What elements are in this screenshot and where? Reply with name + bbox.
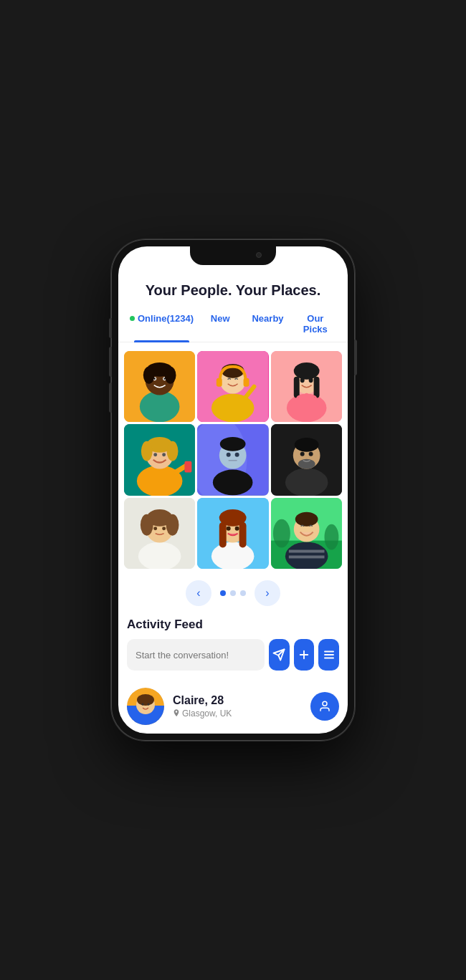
filter-button[interactable]: [318, 639, 339, 671]
phone-frame: Your People. Your Places. Online(1234) N…: [111, 239, 355, 741]
user-card-claire[interactable]: Claire, 28 Glasgow, UK: [127, 681, 339, 733]
dot-1: [220, 590, 226, 596]
add-button[interactable]: [294, 639, 315, 671]
svg-rect-14: [217, 378, 222, 387]
svg-point-87: [142, 703, 144, 706]
page-title: Your People. Your Places.: [130, 282, 336, 299]
svg-point-54: [141, 514, 153, 536]
profile-card-7[interactable]: [124, 498, 195, 569]
tab-new[interactable]: New: [196, 306, 244, 342]
svg-point-41: [235, 453, 239, 457]
svg-rect-72: [288, 549, 324, 552]
silent-switch: [109, 318, 112, 338]
volume-up-button: [109, 347, 112, 377]
online-indicator: [130, 316, 135, 321]
svg-point-48: [300, 452, 304, 456]
tab-our-picks[interactable]: Our Picks: [292, 306, 339, 342]
user-profile-button[interactable]: [310, 692, 339, 721]
svg-point-65: [227, 526, 231, 530]
svg-point-31: [153, 453, 157, 457]
photo-grid: [118, 351, 348, 569]
notch: [190, 246, 276, 265]
volume-down-button: [109, 383, 112, 413]
svg-point-75: [295, 512, 318, 527]
filter-icon: [323, 648, 336, 661]
svg-point-1: [140, 391, 180, 423]
send-button[interactable]: [269, 639, 290, 671]
svg-point-37: [213, 470, 253, 496]
svg-point-18: [287, 394, 327, 423]
svg-rect-15: [244, 378, 249, 387]
svg-point-40: [227, 453, 231, 457]
user-icon: [318, 700, 331, 713]
svg-point-66: [235, 526, 239, 530]
svg-point-24: [308, 378, 313, 383]
user-name: Claire, 28: [173, 694, 310, 707]
svg-point-8: [143, 367, 155, 384]
svg-point-69: [273, 519, 290, 547]
user-info: Claire, 28 Glasgow, UK: [173, 694, 310, 719]
profile-card-4[interactable]: [124, 424, 195, 495]
svg-point-89: [323, 701, 327, 706]
svg-rect-64: [239, 522, 247, 547]
user-avatar: [127, 688, 164, 725]
svg-rect-21: [293, 377, 299, 398]
front-camera: [256, 252, 262, 258]
svg-point-30: [167, 441, 179, 461]
chat-input[interactable]: [127, 639, 265, 671]
svg-rect-22: [313, 377, 319, 398]
svg-rect-63: [219, 522, 227, 547]
svg-point-46: [294, 438, 318, 452]
svg-point-39: [220, 437, 246, 451]
tab-nearby[interactable]: Nearby: [244, 306, 291, 342]
svg-point-56: [153, 527, 157, 530]
svg-point-49: [308, 452, 313, 456]
pagination: ‹ ›: [118, 569, 348, 618]
svg-rect-34: [184, 461, 191, 473]
svg-point-57: [162, 527, 166, 530]
add-icon: [298, 648, 310, 661]
screen-content[interactable]: Your People. Your Places. Online(1234) N…: [118, 246, 348, 734]
profile-card-1[interactable]: [124, 351, 195, 422]
phone-screen: Your People. Your Places. Online(1234) N…: [118, 246, 348, 734]
location-icon: [173, 709, 180, 718]
dot-2: [230, 590, 236, 596]
svg-point-86: [137, 694, 154, 706]
user-location: Glasgow, UK: [173, 708, 310, 719]
svg-point-32: [162, 453, 166, 457]
send-icon: [272, 648, 285, 661]
svg-point-55: [166, 514, 179, 536]
svg-point-47: [298, 459, 315, 469]
svg-point-70: [324, 524, 338, 549]
svg-point-23: [300, 378, 304, 383]
svg-rect-73: [288, 555, 324, 558]
profile-card-3[interactable]: [271, 351, 342, 422]
page-dots: [220, 590, 246, 596]
profile-card-9[interactable]: [271, 498, 342, 569]
header: Your People. Your Places.: [118, 268, 348, 306]
profile-card-8[interactable]: [197, 498, 268, 569]
svg-point-88: [148, 703, 150, 706]
power-button: [354, 340, 357, 375]
activity-feed-title: Activity Feed: [127, 618, 339, 632]
svg-point-9: [165, 367, 176, 384]
activity-feed-section: Activity Feed: [118, 618, 348, 733]
profile-card-5[interactable]: [197, 424, 268, 495]
prev-page-button[interactable]: ‹: [186, 580, 211, 606]
profile-card-6[interactable]: [271, 424, 342, 495]
tab-online[interactable]: Online(1234): [127, 306, 196, 342]
chat-input-row: [127, 639, 339, 671]
tabs-bar: Online(1234) New Nearby Our Picks: [118, 306, 348, 342]
next-page-button[interactable]: ›: [255, 580, 280, 606]
profile-card-2[interactable]: [197, 351, 268, 422]
svg-point-29: [141, 441, 153, 461]
dot-3: [240, 590, 246, 596]
